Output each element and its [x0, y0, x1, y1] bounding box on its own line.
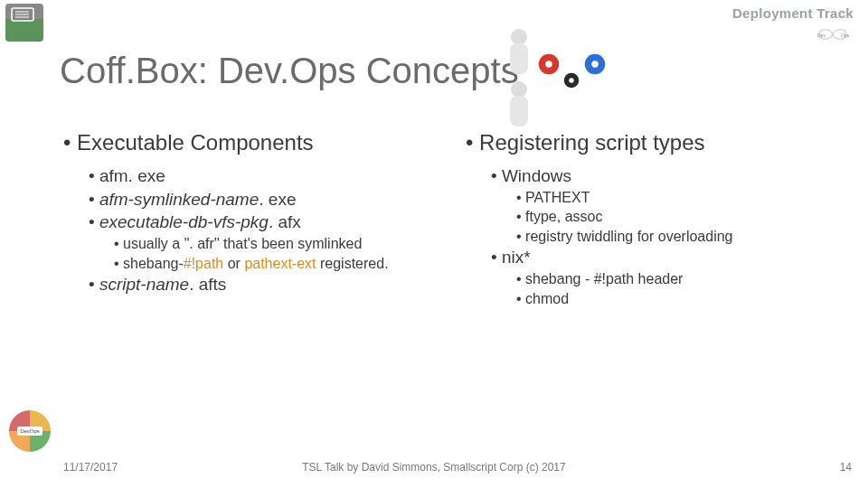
left-heading: Executable Components	[63, 130, 439, 155]
list-item: usually a ". afr" that's been symlinked	[114, 234, 439, 254]
svg-point-9	[569, 78, 574, 83]
left-sublist: usually a ". afr" that's been symlinked …	[89, 234, 439, 273]
hero-illustration	[506, 29, 633, 94]
right-column: Registering script types Windows PATHEXT…	[466, 130, 841, 308]
list-item: Windows	[491, 164, 841, 188]
list-item: shebang-#!path or pathext-ext registered…	[114, 254, 439, 274]
gear-red-icon	[535, 51, 562, 78]
svg-point-11	[592, 61, 599, 68]
devops-badge-icon: DevOps	[9, 410, 51, 452]
list-item: chmod	[516, 289, 841, 309]
person-right-icon	[506, 81, 532, 130]
right-sublist-windows: PATHEXT ftype, assoc registry twiddling …	[491, 188, 841, 247]
devops-badge-label: DevOps	[17, 427, 42, 436]
person-left-icon	[506, 29, 532, 78]
list-item: ftype, assoc	[516, 207, 841, 227]
list-item: shebang - #!path header	[516, 269, 841, 289]
left-column: Executable Components afm. exe afm-symli…	[63, 130, 439, 308]
infinity-icon: Dev Ops	[810, 25, 855, 43]
svg-text:Ops: Ops	[841, 33, 850, 38]
track-label: Deployment Track	[732, 5, 854, 21]
slide-title: Coff.Box: Dev.Ops Concepts	[60, 51, 519, 91]
list-item: script-name. afts	[89, 273, 439, 296]
footer-page-number: 14	[840, 461, 852, 474]
list-item: nix*	[491, 246, 841, 269]
right-list: Windows PATHEXT ftype, assoc registry tw…	[466, 164, 841, 308]
left-list: afm. exe afm-symlinked-name. exe executa…	[63, 164, 439, 296]
gear-blue-icon	[581, 51, 609, 78]
list-item: registry twiddling for overloading	[516, 227, 841, 247]
svg-point-7	[546, 61, 553, 68]
right-sublist-nix: shebang - #!path header chmod	[491, 269, 841, 308]
list-item: afm-symlinked-name. exe	[89, 188, 439, 211]
content-columns: Executable Components afm. exe afm-symli…	[63, 130, 841, 308]
list-item: executable-db-vfs-pkg. afx	[89, 211, 439, 234]
svg-text:Dev: Dev	[817, 33, 826, 38]
footer-attribution: TSL Talk by David Simmons, Smallscript C…	[0, 461, 868, 474]
monitor-icon	[11, 7, 38, 25]
list-item: afm. exe	[89, 164, 439, 188]
gear-black-icon	[561, 70, 581, 90]
right-heading: Registering script types	[466, 130, 841, 155]
list-item: PATHEXT	[516, 188, 841, 208]
corner-app-icon	[5, 4, 43, 42]
